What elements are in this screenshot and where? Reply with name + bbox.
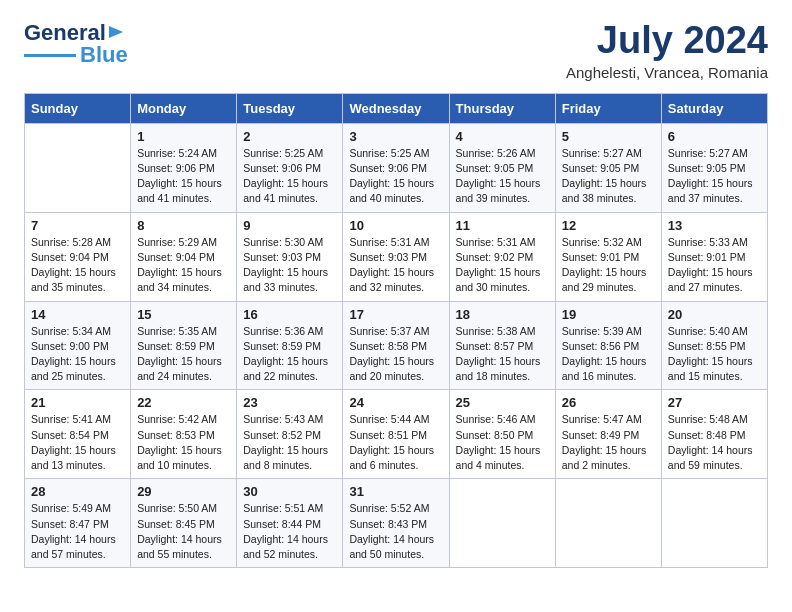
calendar-cell: 13Sunrise: 5:33 AM Sunset: 9:01 PM Dayli… [661,212,767,301]
day-number: 7 [31,218,124,233]
calendar-header-monday: Monday [131,93,237,123]
day-info: Sunrise: 5:32 AM Sunset: 9:01 PM Dayligh… [562,235,655,296]
day-number: 1 [137,129,230,144]
day-number: 8 [137,218,230,233]
svg-marker-0 [109,26,123,38]
day-number: 31 [349,484,442,499]
calendar-cell: 10Sunrise: 5:31 AM Sunset: 9:03 PM Dayli… [343,212,449,301]
calendar-cell: 7Sunrise: 5:28 AM Sunset: 9:04 PM Daylig… [25,212,131,301]
day-info: Sunrise: 5:28 AM Sunset: 9:04 PM Dayligh… [31,235,124,296]
calendar-cell: 1Sunrise: 5:24 AM Sunset: 9:06 PM Daylig… [131,123,237,212]
calendar-cell: 8Sunrise: 5:29 AM Sunset: 9:04 PM Daylig… [131,212,237,301]
calendar-cell: 26Sunrise: 5:47 AM Sunset: 8:49 PM Dayli… [555,390,661,479]
day-info: Sunrise: 5:26 AM Sunset: 9:05 PM Dayligh… [456,146,549,207]
calendar-week-row: 14Sunrise: 5:34 AM Sunset: 9:00 PM Dayli… [25,301,768,390]
day-info: Sunrise: 5:24 AM Sunset: 9:06 PM Dayligh… [137,146,230,207]
calendar-cell: 14Sunrise: 5:34 AM Sunset: 9:00 PM Dayli… [25,301,131,390]
day-info: Sunrise: 5:39 AM Sunset: 8:56 PM Dayligh… [562,324,655,385]
calendar-header-sunday: Sunday [25,93,131,123]
day-number: 18 [456,307,549,322]
calendar-week-row: 21Sunrise: 5:41 AM Sunset: 8:54 PM Dayli… [25,390,768,479]
day-info: Sunrise: 5:52 AM Sunset: 8:43 PM Dayligh… [349,501,442,562]
day-number: 3 [349,129,442,144]
calendar-cell [661,479,767,568]
day-info: Sunrise: 5:30 AM Sunset: 9:03 PM Dayligh… [243,235,336,296]
calendar-header-thursday: Thursday [449,93,555,123]
calendar-week-row: 1Sunrise: 5:24 AM Sunset: 9:06 PM Daylig… [25,123,768,212]
calendar-week-row: 7Sunrise: 5:28 AM Sunset: 9:04 PM Daylig… [25,212,768,301]
calendar-header-tuesday: Tuesday [237,93,343,123]
calendar-cell: 22Sunrise: 5:42 AM Sunset: 8:53 PM Dayli… [131,390,237,479]
calendar-cell: 15Sunrise: 5:35 AM Sunset: 8:59 PM Dayli… [131,301,237,390]
day-info: Sunrise: 5:42 AM Sunset: 8:53 PM Dayligh… [137,412,230,473]
day-number: 30 [243,484,336,499]
day-info: Sunrise: 5:33 AM Sunset: 9:01 PM Dayligh… [668,235,761,296]
calendar-header-wednesday: Wednesday [343,93,449,123]
calendar-cell: 20Sunrise: 5:40 AM Sunset: 8:55 PM Dayli… [661,301,767,390]
day-number: 15 [137,307,230,322]
day-number: 10 [349,218,442,233]
day-number: 14 [31,307,124,322]
day-number: 25 [456,395,549,410]
logo: General Blue [24,20,128,68]
day-number: 2 [243,129,336,144]
day-info: Sunrise: 5:51 AM Sunset: 8:44 PM Dayligh… [243,501,336,562]
day-info: Sunrise: 5:29 AM Sunset: 9:04 PM Dayligh… [137,235,230,296]
calendar-cell: 16Sunrise: 5:36 AM Sunset: 8:59 PM Dayli… [237,301,343,390]
calendar-header-friday: Friday [555,93,661,123]
day-info: Sunrise: 5:27 AM Sunset: 9:05 PM Dayligh… [668,146,761,207]
day-info: Sunrise: 5:50 AM Sunset: 8:45 PM Dayligh… [137,501,230,562]
day-info: Sunrise: 5:47 AM Sunset: 8:49 PM Dayligh… [562,412,655,473]
title-area: July 2024 Anghelesti, Vrancea, Romania [566,20,768,81]
day-number: 19 [562,307,655,322]
logo-underline [24,54,76,57]
day-number: 21 [31,395,124,410]
calendar-cell: 3Sunrise: 5:25 AM Sunset: 9:06 PM Daylig… [343,123,449,212]
calendar-cell: 24Sunrise: 5:44 AM Sunset: 8:51 PM Dayli… [343,390,449,479]
calendar-cell: 28Sunrise: 5:49 AM Sunset: 8:47 PM Dayli… [25,479,131,568]
calendar-cell: 4Sunrise: 5:26 AM Sunset: 9:05 PM Daylig… [449,123,555,212]
day-info: Sunrise: 5:27 AM Sunset: 9:05 PM Dayligh… [562,146,655,207]
day-number: 9 [243,218,336,233]
day-info: Sunrise: 5:25 AM Sunset: 9:06 PM Dayligh… [349,146,442,207]
day-info: Sunrise: 5:31 AM Sunset: 9:03 PM Dayligh… [349,235,442,296]
day-info: Sunrise: 5:49 AM Sunset: 8:47 PM Dayligh… [31,501,124,562]
day-number: 17 [349,307,442,322]
day-number: 22 [137,395,230,410]
day-number: 13 [668,218,761,233]
logo-arrow-icon [107,23,125,41]
calendar-cell [449,479,555,568]
day-info: Sunrise: 5:34 AM Sunset: 9:00 PM Dayligh… [31,324,124,385]
page-subtitle: Anghelesti, Vrancea, Romania [566,64,768,81]
page-title: July 2024 [566,20,768,62]
calendar-week-row: 28Sunrise: 5:49 AM Sunset: 8:47 PM Dayli… [25,479,768,568]
calendar-cell: 5Sunrise: 5:27 AM Sunset: 9:05 PM Daylig… [555,123,661,212]
calendar-cell: 17Sunrise: 5:37 AM Sunset: 8:58 PM Dayli… [343,301,449,390]
calendar-cell [555,479,661,568]
logo-blue: Blue [80,42,128,68]
calendar-cell: 23Sunrise: 5:43 AM Sunset: 8:52 PM Dayli… [237,390,343,479]
day-number: 11 [456,218,549,233]
day-info: Sunrise: 5:36 AM Sunset: 8:59 PM Dayligh… [243,324,336,385]
day-info: Sunrise: 5:46 AM Sunset: 8:50 PM Dayligh… [456,412,549,473]
day-number: 6 [668,129,761,144]
day-number: 20 [668,307,761,322]
calendar-cell: 27Sunrise: 5:48 AM Sunset: 8:48 PM Dayli… [661,390,767,479]
day-number: 12 [562,218,655,233]
day-info: Sunrise: 5:44 AM Sunset: 8:51 PM Dayligh… [349,412,442,473]
day-number: 24 [349,395,442,410]
day-info: Sunrise: 5:38 AM Sunset: 8:57 PM Dayligh… [456,324,549,385]
day-info: Sunrise: 5:31 AM Sunset: 9:02 PM Dayligh… [456,235,549,296]
calendar-cell: 30Sunrise: 5:51 AM Sunset: 8:44 PM Dayli… [237,479,343,568]
day-number: 29 [137,484,230,499]
day-number: 23 [243,395,336,410]
calendar-cell: 18Sunrise: 5:38 AM Sunset: 8:57 PM Dayli… [449,301,555,390]
day-number: 4 [456,129,549,144]
header: General Blue July 2024 Anghelesti, Vranc… [24,20,768,81]
day-info: Sunrise: 5:40 AM Sunset: 8:55 PM Dayligh… [668,324,761,385]
calendar-cell: 9Sunrise: 5:30 AM Sunset: 9:03 PM Daylig… [237,212,343,301]
calendar-cell [25,123,131,212]
calendar-cell: 31Sunrise: 5:52 AM Sunset: 8:43 PM Dayli… [343,479,449,568]
calendar-cell: 19Sunrise: 5:39 AM Sunset: 8:56 PM Dayli… [555,301,661,390]
day-info: Sunrise: 5:41 AM Sunset: 8:54 PM Dayligh… [31,412,124,473]
